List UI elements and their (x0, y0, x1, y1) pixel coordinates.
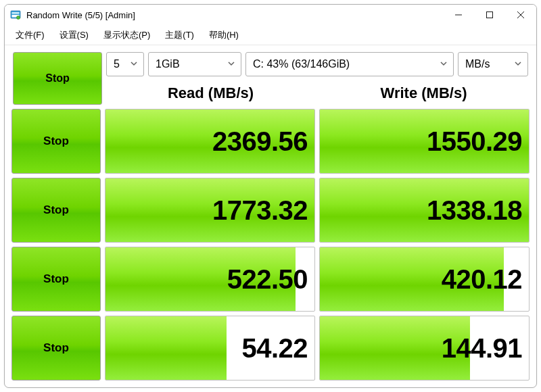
menubar: 文件(F) 设置(S) 显示状态(P) 主题(T) 帮助(H) (5, 25, 536, 45)
header-write: Write (MB/s) (319, 84, 528, 105)
read-value-3: 522.50 (227, 264, 308, 295)
maximize-button[interactable] (474, 5, 505, 25)
write-cell-2: 1338.18 (319, 178, 530, 243)
write-value-4: 144.91 (442, 333, 522, 364)
unit-select[interactable]: MB/s (458, 52, 528, 76)
write-cell-3: 420.12 (319, 247, 530, 312)
read-value-2: 1773.32 (212, 195, 308, 226)
loops-select[interactable]: 5 (106, 52, 144, 76)
titlebar[interactable]: Random Write (5/5) [Admin] (5, 5, 536, 25)
menu-theme[interactable]: 主题(T) (158, 26, 201, 44)
results-table: Stop 2369.56 1550.29 Stop 1773.32 1338.1… (5, 109, 536, 387)
test-row-button-2[interactable]: Stop (11, 178, 101, 243)
read-fill-4 (105, 316, 227, 380)
menu-help[interactable]: 帮助(H) (202, 26, 245, 44)
read-cell-2: 1773.32 (105, 178, 315, 243)
table-row: Stop 522.50 420.12 (11, 247, 530, 312)
write-value-2: 1338.18 (427, 195, 522, 226)
drive-value: C: 43% (63/146GiB) (253, 58, 350, 70)
chevron-down-icon (130, 58, 138, 70)
header-read: Read (MB/s) (106, 84, 315, 105)
menu-settings[interactable]: 设置(S) (53, 26, 95, 44)
chevron-down-icon (440, 58, 448, 70)
test-row-button-1[interactable]: Stop (11, 109, 101, 174)
size-value: 1GiB (156, 58, 180, 70)
read-cell-3: 522.50 (105, 247, 315, 312)
test-row-button-4[interactable]: Stop (11, 316, 101, 381)
svg-rect-1 (12, 12, 20, 14)
table-row: Stop 54.22 144.91 (11, 316, 530, 381)
loops-value: 5 (114, 58, 120, 70)
unit-value: MB/s (465, 58, 490, 70)
read-value-4: 54.22 (241, 333, 308, 364)
chevron-down-icon (514, 58, 522, 70)
drive-select[interactable]: C: 43% (63/146GiB) (245, 52, 454, 76)
read-cell-1: 2369.56 (105, 109, 315, 174)
table-row: Stop 1773.32 1338.18 (11, 178, 530, 243)
size-select[interactable]: 1GiB (148, 52, 241, 76)
menu-display[interactable]: 显示状态(P) (97, 26, 157, 44)
write-cell-1: 1550.29 (319, 109, 530, 174)
close-button[interactable] (505, 5, 536, 25)
chevron-down-icon (227, 58, 235, 70)
run-all-button[interactable]: Stop (13, 52, 102, 105)
write-value-1: 1550.29 (427, 126, 522, 157)
svg-point-3 (17, 16, 20, 20)
app-window: Random Write (5/5) [Admin] 文件(F) 设置(S) 显… (4, 4, 537, 388)
window-title: Random Write (5/5) [Admin] (26, 10, 135, 20)
menu-file[interactable]: 文件(F) (9, 26, 51, 44)
test-row-button-3[interactable]: Stop (11, 247, 101, 312)
read-value-1: 2369.56 (212, 126, 308, 157)
svg-rect-5 (487, 12, 493, 18)
app-icon (10, 9, 21, 20)
write-value-3: 420.12 (442, 264, 522, 295)
write-cell-4: 144.91 (319, 316, 530, 381)
read-cell-4: 54.22 (105, 316, 315, 381)
minimize-button[interactable] (443, 5, 474, 25)
table-row: Stop 2369.56 1550.29 (11, 109, 530, 174)
